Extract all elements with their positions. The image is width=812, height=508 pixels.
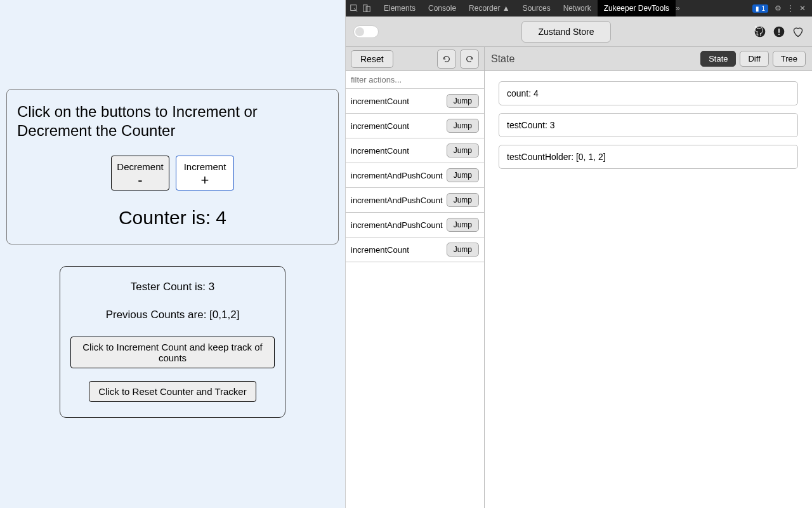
- tab-network[interactable]: Network: [557, 0, 598, 17]
- action-label: incrementCount: [351, 245, 409, 255]
- tab-console[interactable]: Console: [422, 0, 462, 17]
- svg-rect-1: [363, 5, 367, 12]
- action-row[interactable]: incrementCountJump: [346, 237, 484, 262]
- svg-rect-6: [778, 34, 780, 35]
- reset-tracker-button[interactable]: Click to Reset Counter and Tracker: [89, 381, 256, 402]
- action-label: incrementCount: [351, 146, 409, 156]
- action-row[interactable]: incrementCountJump: [346, 114, 484, 138]
- filter-actions-input[interactable]: [346, 71, 484, 89]
- jump-button[interactable]: Jump: [447, 243, 479, 257]
- gear-icon[interactable]: ⚙: [775, 4, 782, 13]
- action-label: incrementAndPushCount: [351, 171, 443, 180]
- jump-button[interactable]: Jump: [447, 94, 479, 108]
- state-title: State: [491, 53, 514, 65]
- state-toolbar: State State Diff Tree: [485, 47, 812, 71]
- state-item: testCountHolder: [0, 1, 2]: [499, 145, 798, 169]
- tab-zukeeper[interactable]: Zukeeper DevTools: [598, 0, 676, 17]
- action-row[interactable]: incrementCountJump: [346, 138, 484, 163]
- view-tab-state[interactable]: State: [700, 51, 736, 67]
- device-icon: [362, 4, 371, 13]
- undo-icon: [442, 55, 451, 64]
- decrement-button[interactable]: Decrement -: [111, 156, 169, 190]
- jump-button[interactable]: Jump: [447, 218, 479, 232]
- track-button[interactable]: Click to Increment Count and keep track …: [70, 337, 275, 368]
- counter-button-row: Decrement - Increment +: [17, 156, 328, 190]
- action-row[interactable]: incrementAndPushCountJump: [346, 213, 484, 237]
- svg-rect-2: [366, 6, 370, 11]
- minus-icon: -: [112, 173, 169, 187]
- more-tabs-icon[interactable]: »: [676, 4, 680, 13]
- issues-badge[interactable]: ▮ 1: [752, 4, 768, 13]
- action-label: incrementAndPushCount: [351, 220, 443, 230]
- tab-elements[interactable]: Elements: [377, 0, 422, 17]
- store-button[interactable]: Zustand Store: [521, 21, 612, 43]
- action-label: incrementAndPushCount: [351, 196, 443, 205]
- jump-button[interactable]: Jump: [447, 119, 479, 133]
- state-body: count: 4testCount: 3testCountHolder: [0,…: [485, 71, 812, 187]
- state-item: testCount: 3: [499, 113, 798, 137]
- actions-column: Reset incrementCountJumpincrementCountJu…: [346, 47, 485, 508]
- actions-toolbar: Reset: [346, 47, 484, 71]
- inspect-icon: [350, 4, 358, 13]
- redo-icon: [465, 55, 474, 64]
- devtools-tab-bar: Elements Console Recorder ▲ Sources Netw…: [346, 0, 812, 17]
- action-row[interactable]: incrementAndPushCountJump: [346, 163, 484, 188]
- previous-counts: Previous Counts are: [0,1,2]: [70, 309, 275, 321]
- redo-button[interactable]: [460, 50, 479, 69]
- close-icon[interactable]: ✕: [799, 4, 806, 13]
- increment-label: Increment: [176, 161, 233, 172]
- view-tab-diff[interactable]: Diff: [740, 51, 768, 67]
- tester-card: Tester Count is: 3 Previous Counts are: …: [60, 266, 285, 418]
- svg-rect-5: [778, 29, 780, 33]
- github-icon[interactable]: [754, 25, 766, 38]
- heart-icon[interactable]: [792, 25, 804, 38]
- actions-list: incrementCountJumpincrementCountJumpincr…: [346, 89, 484, 262]
- issues-count: 1: [761, 5, 765, 12]
- reset-button[interactable]: Reset: [351, 50, 393, 68]
- extension-body: Reset incrementCountJumpincrementCountJu…: [346, 47, 812, 508]
- tester-count: Tester Count is: 3: [70, 281, 275, 293]
- tab-recorder[interactable]: Recorder ▲: [462, 0, 516, 17]
- jump-button[interactable]: Jump: [447, 144, 479, 157]
- alert-icon[interactable]: [773, 25, 785, 38]
- state-column: State State Diff Tree count: 4testCount:…: [485, 47, 812, 508]
- counter-heading: Click on the buttons to Increment or Dec…: [17, 102, 328, 140]
- increment-button[interactable]: Increment +: [176, 156, 234, 190]
- action-label: incrementCount: [351, 97, 409, 106]
- jump-button[interactable]: Jump: [447, 193, 479, 207]
- chat-icon: ▮: [756, 5, 759, 12]
- action-label: incrementCount: [351, 121, 409, 131]
- state-item: count: 4: [499, 81, 798, 105]
- action-row[interactable]: incrementCountJump: [346, 89, 484, 114]
- devtools-panel: Elements Console Recorder ▲ Sources Netw…: [345, 0, 812, 508]
- jump-button[interactable]: Jump: [447, 168, 479, 182]
- view-tabs: State Diff Tree: [700, 51, 806, 67]
- view-tab-tree[interactable]: Tree: [773, 51, 806, 67]
- extension-header: Zustand Store: [346, 17, 812, 47]
- counter-card: Click on the buttons to Increment or Dec…: [6, 89, 339, 244]
- header-icons: [754, 25, 804, 38]
- dark-mode-toggle[interactable]: [353, 25, 379, 38]
- kebab-icon[interactable]: ⋮: [787, 4, 794, 13]
- decrement-label: Decrement: [112, 161, 169, 172]
- plus-icon: +: [176, 173, 233, 187]
- action-row[interactable]: incrementAndPushCountJump: [346, 188, 484, 213]
- undo-button[interactable]: [437, 50, 456, 69]
- demo-app: Click on the buttons to Increment or Dec…: [0, 0, 345, 508]
- counter-value: Counter is: 4: [17, 207, 328, 229]
- inspect-tools[interactable]: [350, 4, 371, 13]
- tab-sources[interactable]: Sources: [516, 0, 557, 17]
